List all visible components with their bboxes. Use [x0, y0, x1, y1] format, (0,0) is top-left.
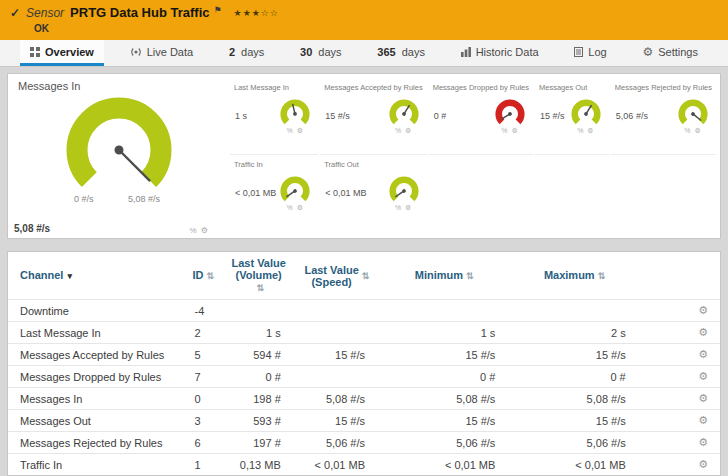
cell-minimum: 0 # [379, 366, 509, 388]
gauge-mini-icons[interactable]: % ⚙ [684, 127, 701, 135]
tab-label: Overview [45, 46, 94, 58]
gauge-mini-icons[interactable]: % ⚙ [395, 204, 412, 212]
tab-log[interactable]: Log [564, 40, 616, 66]
cell-channel[interactable]: Messages Dropped by Rules [8, 366, 189, 388]
column-header-actions [640, 252, 720, 300]
tab-label: Historic Data [476, 46, 539, 58]
column-label-channel: Channel [20, 269, 63, 281]
channel-settings-icon[interactable]: ⚙ [640, 322, 720, 344]
channel-settings-icon[interactable]: ⚙ [640, 432, 720, 454]
gauge-value: < 0,01 MB [235, 188, 276, 198]
gauge-mini-icons[interactable]: % ⚙ [287, 127, 304, 135]
column-header-last-value-speed[interactable]: Last Value (Speed)⇅ [295, 252, 379, 300]
channel-row-last-message-in[interactable]: Last Message In21 s1 s2 s⚙ [8, 322, 720, 344]
channel-settings-icon[interactable]: ⚙ [640, 410, 720, 432]
cell-last-value-speed [295, 366, 379, 388]
gauge-label: Messages Dropped by Rules [433, 83, 529, 92]
gauge-value: 5,06 #/s [616, 111, 648, 121]
tab-overview[interactable]: Overview [20, 40, 104, 66]
gauge-dial [276, 174, 314, 206]
flag-icon[interactable]: ⚑ [214, 5, 222, 15]
cell-minimum: 5,06 #/s [379, 432, 509, 454]
cell-channel[interactable]: Last Message In [8, 322, 189, 344]
gauge-dial [276, 97, 314, 129]
cell-last-value-volume: 0,13 MB [223, 454, 295, 476]
small-gauge-messages-accepted-by-rules[interactable]: Messages Accepted by Rules15 #/s% ⚙ [320, 78, 426, 155]
column-header-maximum[interactable]: Maximum⇅ [509, 252, 639, 300]
main-gauge-value: 5,08 #/s [14, 223, 50, 234]
small-gauge-messages-rejected-by-rules[interactable]: Messages Rejected by Rules5,06 #/s% ⚙ [611, 78, 716, 155]
tab-365-days[interactable]: 365 days [367, 40, 435, 66]
cell-last-value-speed [295, 300, 379, 322]
cell-maximum: 15 #/s [509, 410, 639, 432]
main-gauge-scale-max: 5,08 #/s [128, 194, 160, 204]
cell-maximum: 5,06 #/s [509, 432, 639, 454]
cell-last-value-volume: 197 # [223, 432, 295, 454]
gauge-mini-icons[interactable]: % ⚙ [395, 127, 412, 135]
channel-settings-icon[interactable]: ⚙ [640, 344, 720, 366]
channel-row-messages-in[interactable]: Messages In0198 #5,08 #/s5,08 #/s5,08 #/… [8, 388, 720, 410]
cell-id: 6 [189, 432, 223, 454]
cell-minimum [379, 300, 509, 322]
column-label-last-value-speed: Last Value (Speed) [304, 264, 358, 288]
gauge-value: < 0,01 MB [325, 188, 366, 198]
small-gauge-messages-dropped-by-rules[interactable]: Messages Dropped by Rules0 #% ⚙ [429, 78, 533, 155]
priority-stars[interactable]: ★★★☆☆ [234, 8, 279, 18]
live-data-icon [130, 47, 142, 57]
sensor-title-row: ✓ Sensor PRTG Data Hub Traffic ⚑ ★★★☆☆ [10, 5, 718, 20]
column-header-last-value-volume[interactable]: Last Value (Volume)⇅ [223, 252, 295, 300]
cell-channel[interactable]: Messages Accepted by Rules [8, 344, 189, 366]
cell-last-value-speed: < 0,01 MB [295, 454, 379, 476]
gauge-dial [385, 174, 423, 206]
channel-row-messages-dropped-by-rules[interactable]: Messages Dropped by Rules70 #0 #0 #⚙ [8, 366, 720, 388]
tab-bar: OverviewLive Data2 days30 days365 daysHi… [0, 40, 728, 67]
channel-settings-icon[interactable]: ⚙ [640, 366, 720, 388]
small-gauge-last-message-in[interactable]: Last Message In1 s% ⚙ [230, 78, 318, 155]
column-header-minimum[interactable]: Minimum⇅ [379, 252, 509, 300]
cell-maximum: 2 s [509, 322, 639, 344]
gauge-mini-icons[interactable]: % ⚙ [577, 127, 594, 135]
cell-channel[interactable]: Messages In [8, 388, 189, 410]
cell-channel[interactable]: Traffic In [8, 454, 189, 476]
main-gauge-label: Messages In [18, 80, 223, 92]
cell-channel[interactable]: Messages Out [8, 410, 189, 432]
cell-channel[interactable]: Downtime [8, 300, 189, 322]
tab-number: 2 [229, 46, 235, 58]
channel-settings-icon[interactable]: ⚙ [640, 300, 720, 322]
gauge-dial [385, 97, 423, 129]
gauge-mini-icons[interactable]: % ⚙ [501, 127, 518, 135]
cell-last-value-speed: 5,08 #/s [295, 388, 379, 410]
channel-row-messages-rejected-by-rules[interactable]: Messages Rejected by Rules6197 #5,06 #/s… [8, 432, 720, 454]
sort-icon: ⇅ [466, 271, 474, 281]
channel-row-downtime[interactable]: Downtime-4⚙ [8, 300, 720, 322]
cell-minimum: 15 #/s [379, 344, 509, 366]
cell-channel[interactable]: Messages Rejected by Rules [8, 432, 189, 454]
tab-30-days[interactable]: 30 days [290, 40, 352, 66]
main-gauge: Messages In 0 #/s 5,08 #/s 5,08 #/s % ⚙ [8, 74, 223, 238]
tab-live-data[interactable]: Live Data [120, 40, 203, 66]
cell-maximum: 15 #/s [509, 344, 639, 366]
tab-settings[interactable]: ⚙Settings [632, 40, 708, 66]
sort-icon: ⇅ [207, 271, 215, 281]
column-header-channel[interactable]: Channel▾ [8, 252, 189, 300]
tab-historic-data[interactable]: Historic Data [451, 40, 549, 66]
channel-row-messages-out[interactable]: Messages Out3593 #15 #/s15 #/s15 #/s⚙ [8, 410, 720, 432]
column-header-id[interactable]: ID⇅ [189, 252, 223, 300]
tab-2-days[interactable]: 2 days [219, 40, 274, 66]
main-gauge-mini-icons[interactable]: % ⚙ [189, 226, 209, 235]
small-gauge-traffic-in[interactable]: Traffic In< 0,01 MB% ⚙ [230, 155, 318, 232]
cell-last-value-speed: 15 #/s [295, 410, 379, 432]
cell-id: 7 [189, 366, 223, 388]
channel-settings-icon[interactable]: ⚙ [640, 388, 720, 410]
channel-settings-icon[interactable]: ⚙ [640, 454, 720, 476]
small-gauge-traffic-out[interactable]: Traffic Out< 0,01 MB% ⚙ [320, 155, 426, 232]
cell-minimum: 5,08 #/s [379, 388, 509, 410]
column-label-last-value-volume: Last Value (Volume) [231, 257, 285, 281]
sensor-header: ✓ Sensor PRTG Data Hub Traffic ⚑ ★★★☆☆ O… [0, 0, 728, 40]
small-gauge-messages-out[interactable]: Messages Out15 #/s% ⚙ [535, 78, 609, 155]
gauge-label: Traffic Out [324, 160, 422, 169]
channel-row-traffic-in[interactable]: Traffic In10,13 MB< 0,01 MB< 0,01 MB< 0,… [8, 454, 720, 476]
gauge-value: 1 s [235, 111, 247, 121]
channel-row-messages-accepted-by-rules[interactable]: Messages Accepted by Rules5594 #15 #/s15… [8, 344, 720, 366]
gauge-mini-icons[interactable]: % ⚙ [287, 204, 304, 212]
